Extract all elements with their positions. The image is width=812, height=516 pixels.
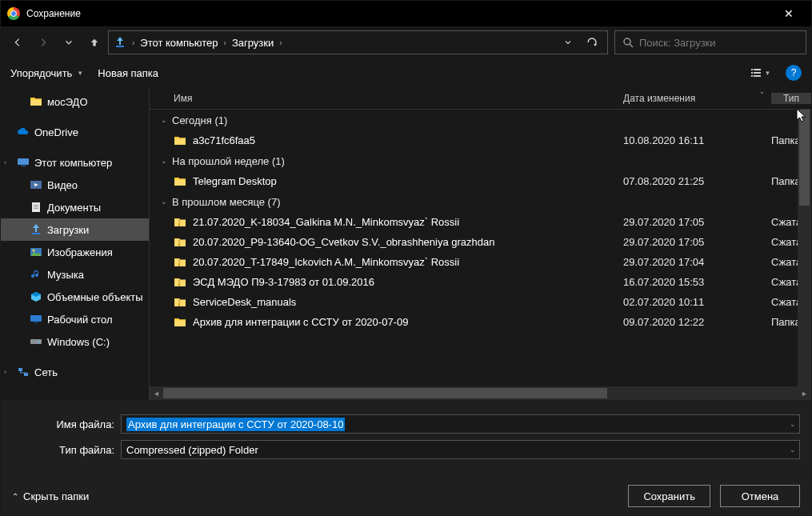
chevron-down-icon: ⌄ <box>161 198 167 206</box>
music-icon <box>30 268 42 281</box>
address-bar[interactable]: › Этот компьютер › Загрузки › <box>108 30 608 54</box>
file-list[interactable]: ⌄Сегодня (1)a3c71fc6faa510.08.2020 16:11… <box>150 110 811 386</box>
sidebar-item[interactable]: ›Этот компьютер <box>1 151 149 174</box>
new-folder-button[interactable]: Новая папка <box>98 67 158 79</box>
chevron-down-icon[interactable]: ⌄ <box>790 446 796 454</box>
filename-label: Имя файла: <box>12 418 114 430</box>
drive-icon <box>30 335 42 348</box>
column-type[interactable]: Тип <box>771 93 811 104</box>
file-date: 07.08.2020 21:25 <box>623 175 771 187</box>
sidebar-item-label: Рабочий стол <box>47 314 113 326</box>
save-button[interactable]: Сохранить <box>628 485 710 507</box>
sidebar-item[interactable]: Документы <box>1 196 149 218</box>
group-header[interactable]: ⌄В прошлом месяце (7) <box>150 191 811 212</box>
breadcrumb-root[interactable]: Этот компьютер <box>140 37 218 49</box>
sidebar-item-label: Изображения <box>47 246 113 258</box>
zip-icon <box>174 236 186 249</box>
column-name[interactable]: Имя <box>150 93 623 104</box>
chevron-down-icon: ⌄ <box>161 116 167 124</box>
forward-button[interactable] <box>31 30 55 54</box>
sidebar-item-label: Windows (C:) <box>47 336 110 348</box>
chrome-icon <box>7 7 20 20</box>
column-date[interactable]: Дата изменения ⌄ <box>623 93 771 104</box>
file-name: ЭСД МЭДО П9-3-17983 от 01.09.2016 <box>193 276 374 288</box>
cancel-button[interactable]: Отмена <box>720 485 800 507</box>
sidebar-item-label: Документы <box>47 202 101 214</box>
sidebar-item-label: мосЭДО <box>47 96 88 108</box>
sidebar-item[interactable]: Windows (C:) <box>1 330 149 353</box>
sidebar-item-label: Этот компьютер <box>34 157 112 169</box>
folder-y-icon <box>30 95 42 108</box>
file-row[interactable]: ЭСД МЭДО П9-3-17983 от 01.09.201616.07.2… <box>150 272 811 292</box>
sidebar-item[interactable]: Музыка <box>1 263 149 286</box>
sidebar-item[interactable]: Рабочий стол <box>1 308 149 330</box>
sidebar-item[interactable]: Изображения <box>1 241 149 263</box>
sidebar-item-label: Видео <box>47 179 78 191</box>
sidebar-item-label: Объемные объекты <box>47 291 143 303</box>
group-header[interactable]: ⌄На прошлой неделе (1) <box>150 150 811 171</box>
filetype-label: Тип файла: <box>12 444 114 456</box>
search-input[interactable] <box>639 37 799 49</box>
expand-icon[interactable]: › <box>4 368 6 376</box>
file-date: 16.07.2020 15:53 <box>623 276 771 288</box>
file-name: Telegram Desktop <box>193 175 277 187</box>
file-row[interactable]: ServiceDesk_manuals02.07.2020 10:11Сжата… <box>150 292 811 312</box>
dialog-title: Сохранение <box>26 8 773 19</box>
filetype-select[interactable]: Compressed (zipped) Folder ⌄ <box>121 440 800 459</box>
chevron-right-icon: › <box>132 38 134 47</box>
bottom-panel: Имя файла: Архив для интеграции с ССТУ о… <box>1 400 811 515</box>
file-name: ServiceDesk_manuals <box>193 296 296 308</box>
file-row[interactable]: 20.07.2020_P9-13640-OG_Cvetkov S.V._obra… <box>150 232 811 252</box>
recent-dropdown[interactable] <box>57 30 81 54</box>
sidebar-item[interactable]: OneDrive <box>1 121 149 143</box>
network-icon <box>17 366 30 378</box>
horizontal-scrollbar[interactable]: ◄ ► <box>150 386 811 400</box>
refresh-button[interactable] <box>582 32 602 53</box>
file-name: 21.07.2020_K-18034_Galkina M.N._Minkomsv… <box>193 216 459 228</box>
file-name: 20.07.2020_P9-13640-OG_Cvetkov S.V._obra… <box>193 236 495 248</box>
breadcrumb-location[interactable]: Загрузки <box>232 37 274 49</box>
file-date: 29.07.2020 17:04 <box>623 256 771 268</box>
sidebar-item[interactable]: Объемные объекты <box>1 286 149 308</box>
images-icon <box>30 246 42 258</box>
help-button[interactable]: ? <box>786 65 802 81</box>
sidebar-item[interactable]: ›Сеть <box>1 361 149 383</box>
vertical-scrollbar[interactable] <box>798 110 811 386</box>
file-row[interactable]: 20.07.2020_T-17849_Ickovich A.M._Minkoms… <box>150 252 811 272</box>
filename-input[interactable]: Архив для интеграции с ССТУ от 2020-08-1… <box>121 414 800 434</box>
up-button[interactable] <box>82 30 106 54</box>
search-icon <box>622 36 634 49</box>
view-mode-button[interactable]: ▼ <box>749 62 771 84</box>
file-row[interactable]: Архив для интеграции с ССТУ от 2020-07-0… <box>150 312 811 332</box>
toolbar: Упорядочить▼ Новая папка ▼ ? <box>1 58 811 87</box>
scroll-right-icon[interactable]: ► <box>798 386 811 400</box>
file-row[interactable]: 21.07.2020_K-18034_Galkina M.N._Minkomsv… <box>150 212 811 232</box>
file-date: 29.07.2020 17:05 <box>623 216 771 228</box>
title-bar: Сохранение ✕ <box>1 1 811 26</box>
file-name: a3c71fc6faa5 <box>193 134 255 146</box>
sidebar-item[interactable]: мосЭДО <box>1 90 149 113</box>
folder-icon <box>174 316 186 329</box>
sort-indicator-icon: ⌄ <box>759 88 765 95</box>
chevron-down-icon[interactable]: ⌄ <box>790 420 796 428</box>
sidebar-item[interactable]: Видео <box>1 174 149 196</box>
expand-icon[interactable]: › <box>4 158 6 166</box>
hide-folders-toggle[interactable]: ⌃ Скрыть папки <box>12 490 89 502</box>
group-header[interactable]: ⌄Сегодня (1) <box>150 110 811 130</box>
sidebar-item[interactable]: Загрузки <box>1 218 149 241</box>
file-row[interactable]: Telegram Desktop07.08.2020 21:25Папка <box>150 171 811 191</box>
filetype-value: Compressed (zipped) Folder <box>126 444 258 456</box>
search-box[interactable] <box>614 30 806 54</box>
scroll-left-icon[interactable]: ◄ <box>150 386 163 400</box>
filename-value[interactable]: Архив для интеграции с ССТУ от 2020-08-1… <box>126 418 345 431</box>
organize-menu[interactable]: Упорядочить▼ <box>10 67 83 79</box>
group-title: На прошлой неделе (1) <box>172 155 285 167</box>
close-button[interactable]: ✕ <box>773 2 805 25</box>
back-button[interactable] <box>6 30 30 54</box>
file-row[interactable]: a3c71fc6faa510.08.2020 16:11Папка <box>150 130 811 150</box>
zip-icon <box>174 216 186 229</box>
folder-icon <box>174 175 186 188</box>
address-dropdown[interactable] <box>558 32 578 53</box>
chevron-right-icon: › <box>279 38 282 47</box>
sidebar: мосЭДОOneDrive›Этот компьютерВидеоДокуме… <box>1 87 149 400</box>
